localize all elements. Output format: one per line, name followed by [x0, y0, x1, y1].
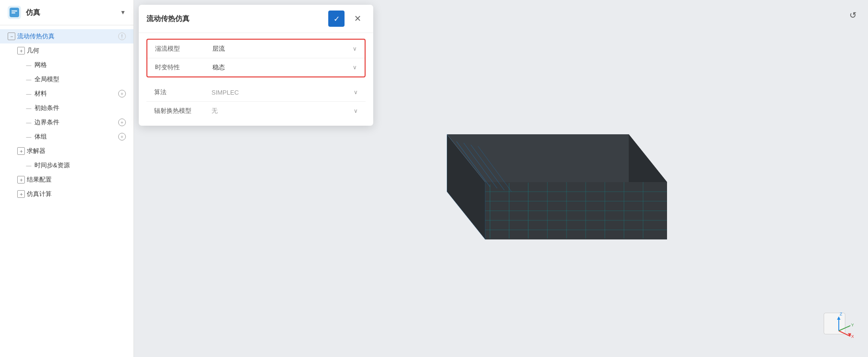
sidebar-item-result-config[interactable]: ＋ 结果配置 [0, 173, 134, 187]
sidebar-item-label: 几何 [27, 46, 126, 55]
dialog-panel: 流动传热仿真 ✓ ✕ 湍流模型 层流 ∨ 时变特性 稳态 ∨ [139, 5, 373, 126]
algorithm-label: 算法 [154, 88, 211, 97]
sidebar-title: 仿真 [26, 8, 115, 17]
turbulence-model-value: 层流 [212, 44, 225, 53]
algorithm-select[interactable]: SIMPLEC ∨ [211, 89, 358, 96]
sidebar-collapse-icon[interactable]: ▼ [120, 9, 126, 16]
sidebar-item-sim-calc[interactable]: ＋ 仿真计算 [0, 187, 134, 201]
dash-icon: — [25, 76, 33, 83]
dash-icon: — [25, 119, 33, 126]
svg-text:Y: Y [851, 323, 854, 327]
plus-icon: ＋ [17, 190, 25, 198]
algorithm-row[interactable]: 算法 SIMPLEC ∨ [146, 83, 366, 102]
sidebar-item-label: 边界条件 [34, 118, 118, 127]
sidebar-item-time-step[interactable]: — 时间步&资源 [0, 158, 134, 173]
radiation-model-select[interactable]: 无 ∨ [211, 107, 358, 115]
add-badge: + [118, 119, 126, 126]
chevron-down-icon: ∨ [354, 108, 358, 114]
add-badge: + [118, 133, 126, 141]
3d-scene [389, 106, 686, 268]
time-variant-select[interactable]: 稳态 ∨ [212, 63, 357, 72]
sidebar-item-label: 网格 [34, 61, 126, 69]
sidebar-item-flow-sim[interactable]: － 流动传热仿真 ! [0, 29, 134, 43]
svg-rect-2 [11, 11, 17, 11]
sidebar-item-material[interactable]: — 材料 + [0, 87, 134, 101]
axes-indicator: X Y Z [815, 304, 854, 343]
sidebar: 仿真 ▼ － 流动传热仿真 ! ＋ 几何 — 网格 — 全局模型 [0, 0, 134, 357]
app-logo-icon [8, 6, 21, 19]
turbulence-model-label: 湍流模型 [155, 44, 212, 53]
dash-icon: — [25, 162, 33, 169]
sidebar-item-mesh[interactable]: — 网格 [0, 58, 134, 72]
svg-text:Z: Z [840, 312, 843, 316]
dialog-body: 湍流模型 层流 ∨ 时变特性 稳态 ∨ 算法 [139, 39, 373, 120]
dash-icon: — [25, 104, 33, 112]
chevron-down-icon: ∨ [353, 64, 357, 71]
dash-icon: — [25, 133, 33, 141]
sidebar-item-body-group[interactable]: — 体组 + [0, 130, 134, 144]
sidebar-item-label: 时间步&资源 [34, 161, 126, 170]
time-variant-row[interactable]: 时变特性 稳态 ∨ [147, 58, 365, 76]
sidebar-item-boundary-conditions[interactable]: — 边界条件 + [0, 115, 134, 130]
sidebar-item-label: 初始条件 [34, 104, 126, 112]
add-badge: + [118, 90, 126, 97]
turbulence-model-select[interactable]: 层流 ∨ [212, 44, 357, 53]
sidebar-item-initial-conditions[interactable]: — 初始条件 [0, 101, 134, 115]
main-content: X Y Z ↺ 流动传热仿真 ✓ ✕ 湍流模型 层流 [134, 0, 868, 357]
radiation-model-label: 辐射换热模型 [154, 107, 211, 115]
dialog-confirm-button[interactable]: ✓ [328, 11, 345, 27]
svg-rect-3 [11, 12, 15, 13]
minus-icon: － [8, 32, 15, 40]
time-variant-label: 时变特性 [155, 63, 212, 72]
plus-icon: ＋ [17, 47, 25, 54]
dash-icon: — [25, 61, 33, 69]
chevron-down-icon: ∨ [354, 89, 358, 96]
sidebar-item-label: 流动传热仿真 [17, 32, 116, 41]
dialog-header: 流动传热仿真 ✓ ✕ [139, 5, 373, 33]
sidebar-item-label: 全局模型 [34, 75, 126, 84]
svg-text:X: X [851, 334, 854, 339]
dash-icon: — [25, 90, 33, 97]
refresh-button[interactable]: ↺ [845, 8, 860, 23]
sidebar-item-label: 求解器 [27, 147, 126, 155]
sidebar-item-geometry[interactable]: ＋ 几何 [0, 43, 134, 58]
plus-icon: ＋ [17, 176, 25, 184]
warning-badge: ! [118, 32, 126, 40]
plus-icon: ＋ [17, 147, 25, 155]
sidebar-item-global-model[interactable]: — 全局模型 [0, 72, 134, 87]
sidebar-item-label: 材料 [34, 89, 118, 98]
highlighted-form-section: 湍流模型 层流 ∨ 时变特性 稳态 ∨ [146, 39, 366, 77]
dialog-title: 流动传热仿真 [146, 14, 323, 23]
sidebar-header: 仿真 ▼ [0, 0, 134, 25]
sidebar-item-label: 结果配置 [27, 175, 126, 184]
sidebar-item-solver[interactable]: ＋ 求解器 [0, 144, 134, 158]
chevron-down-icon: ∨ [353, 45, 357, 52]
sidebar-tree: － 流动传热仿真 ! ＋ 几何 — 网格 — 全局模型 — 材料 + [0, 25, 134, 357]
algorithm-value: SIMPLEC [211, 89, 239, 96]
radiation-model-row[interactable]: 辐射换热模型 无 ∨ [146, 102, 366, 120]
sidebar-item-label: 体组 [34, 132, 118, 141]
radiation-model-value: 无 [211, 107, 218, 115]
time-variant-value: 稳态 [212, 63, 225, 72]
sidebar-item-label: 仿真计算 [27, 190, 126, 198]
plain-form-section: 算法 SIMPLEC ∨ 辐射换热模型 无 ∨ [146, 83, 366, 120]
dialog-close-button[interactable]: ✕ [349, 11, 366, 27]
turbulence-model-row[interactable]: 湍流模型 层流 ∨ [147, 40, 365, 58]
